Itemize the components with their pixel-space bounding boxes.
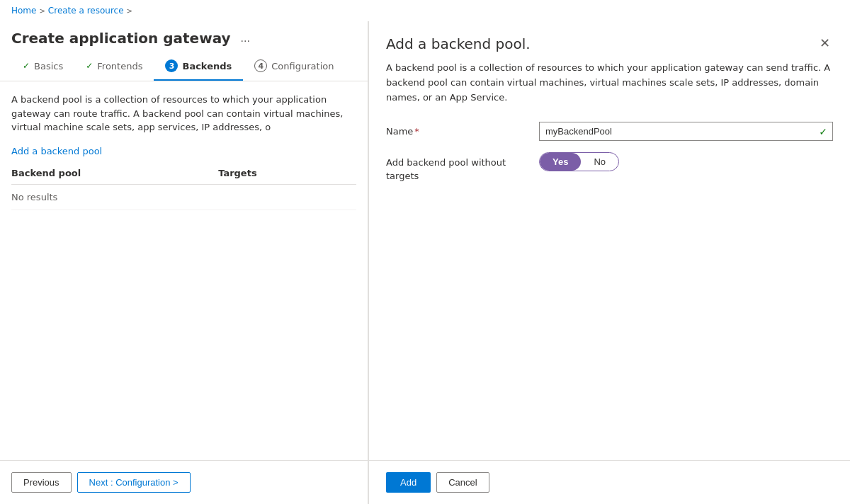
table-row: No results (11, 184, 356, 210)
breadcrumb: Home > Create a resource > (0, 0, 850, 21)
panel-description: A backend pool is a collection of resour… (386, 61, 833, 105)
backend-pool-table: Backend pool Targets No results (11, 162, 356, 210)
name-input-wrapper: ✓ (539, 122, 833, 141)
more-options-button[interactable]: ... (237, 30, 254, 46)
tabs-container: ✓ Basics ✓ Frontends 3 Backends 4 Config… (0, 52, 368, 81)
breadcrumb-sep1: > (39, 7, 45, 15)
tab-configuration[interactable]: 4 Configuration (243, 52, 345, 81)
tab-backends-label: Backends (182, 61, 232, 71)
left-content: A backend pool is a collection of resour… (0, 81, 368, 460)
add-backend-pool-panel: Add a backend pool. ✕ A backend pool is … (368, 21, 850, 504)
basics-check-icon: ✓ (23, 61, 30, 71)
tab-configuration-label: Configuration (271, 61, 334, 71)
left-panel: Create application gateway ... ✓ Basics … (0, 21, 368, 504)
configuration-number: 4 (254, 59, 267, 72)
yes-no-toggle[interactable]: Yes No (539, 152, 619, 171)
panel-header: Add a backend pool. ✕ (369, 21, 850, 61)
page-title: Create application gateway (11, 30, 231, 47)
left-footer: Previous Next : Configuration > (0, 460, 368, 504)
previous-button[interactable]: Previous (11, 472, 72, 493)
tab-frontends[interactable]: ✓ Frontends (74, 54, 154, 80)
tab-backends[interactable]: 3 Backends (154, 52, 243, 81)
panel-content: A backend pool is a collection of resour… (369, 61, 850, 460)
backends-number: 3 (165, 59, 178, 72)
name-label: Name* (386, 122, 528, 137)
col-header-pool: Backend pool (11, 162, 218, 185)
backends-description: A backend pool is a collection of resour… (11, 93, 356, 134)
next-button[interactable]: Next : Configuration > (77, 472, 191, 493)
no-results-cell: No results (11, 184, 356, 210)
tab-basics[interactable]: ✓ Basics (11, 54, 74, 80)
targets-toggle-row: Add backend pool without targets Yes No (386, 152, 833, 182)
main-container: Create application gateway ... ✓ Basics … (0, 21, 850, 504)
cancel-button[interactable]: Cancel (436, 472, 489, 493)
page-header: Create application gateway ... (0, 21, 368, 52)
toggle-no-button[interactable]: No (581, 153, 618, 171)
toggle-group-wrapper: Yes No (539, 152, 619, 171)
name-form-row: Name* ✓ (386, 122, 833, 141)
tab-basics-label: Basics (34, 61, 63, 71)
name-input[interactable] (539, 122, 833, 141)
add-backend-pool-link[interactable]: Add a backend pool (11, 146, 102, 156)
name-required-indicator: * (414, 126, 419, 137)
breadcrumb-create[interactable]: Create a resource (48, 6, 124, 16)
close-panel-button[interactable]: ✕ (817, 35, 833, 51)
breadcrumb-sep2: > (127, 7, 132, 15)
frontends-check-icon: ✓ (86, 61, 93, 71)
input-valid-icon: ✓ (819, 126, 827, 137)
col-header-targets: Targets (218, 162, 356, 185)
tab-frontends-label: Frontends (97, 61, 142, 71)
panel-footer: Add Cancel (369, 460, 850, 504)
toggle-yes-button[interactable]: Yes (540, 153, 581, 171)
targets-label: Add backend pool without targets (386, 152, 528, 182)
breadcrumb-home[interactable]: Home (11, 6, 36, 16)
panel-title: Add a backend pool. (386, 35, 531, 52)
add-button[interactable]: Add (386, 472, 431, 493)
